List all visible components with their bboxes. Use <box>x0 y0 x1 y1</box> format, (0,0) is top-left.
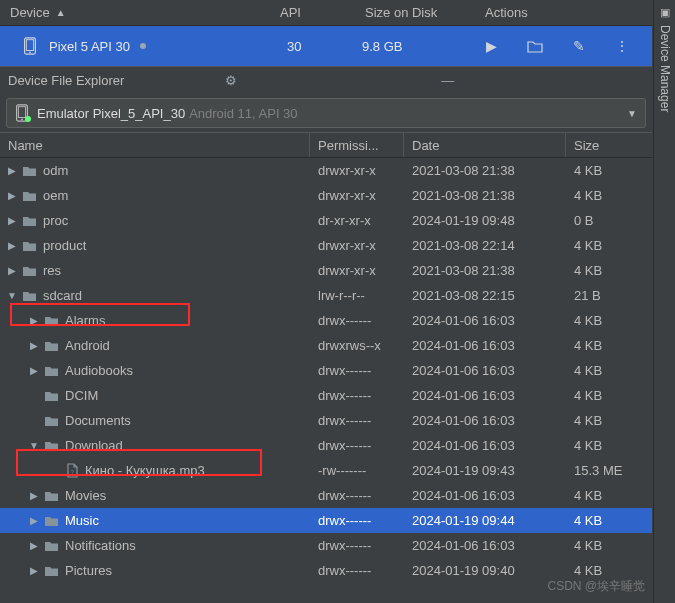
folder-action-icon[interactable] <box>527 40 543 53</box>
ft-col-perm[interactable]: Permissi... <box>310 133 404 157</box>
expand-icon[interactable]: ▶ <box>28 365 40 376</box>
file-date: 2024-01-06 16:03 <box>404 413 566 428</box>
file-tree-row[interactable]: ▶oemdrwxr-xr-x2021-03-08 21:384 KB <box>0 183 652 208</box>
file-perm: drwx------ <box>310 438 404 453</box>
sort-asc-icon: ▲ <box>56 7 66 18</box>
file-size: 15.3 ME <box>566 463 652 478</box>
file-tree-body: ▶odmdrwxr-xr-x2021-03-08 21:384 KB▶oemdr… <box>0 158 652 583</box>
col-size[interactable]: Size on Disk <box>355 5 475 20</box>
file-tree-row[interactable]: ▶Audiobooksdrwx------2024-01-06 16:034 K… <box>0 358 652 383</box>
file-perm: drwxr-xr-x <box>310 263 404 278</box>
folder-icon <box>22 165 37 177</box>
file-date: 2021-03-08 22:14 <box>404 238 566 253</box>
expand-icon[interactable]: ▶ <box>6 165 18 176</box>
file-perm: drwx------ <box>310 563 404 578</box>
file-date: 2024-01-06 16:03 <box>404 338 566 353</box>
expand-icon[interactable]: ▶ <box>6 240 18 251</box>
file-perm: drwxr-xr-x <box>310 163 404 178</box>
device-row[interactable]: Pixel 5 API 30 30 9.8 GB ▶ ✎ ⋮ <box>0 26 652 66</box>
file-date: 2021-03-08 21:38 <box>404 188 566 203</box>
file-size: 4 KB <box>566 538 652 553</box>
expand-icon[interactable]: ▶ <box>28 565 40 576</box>
file-perm: drwx------ <box>310 513 404 528</box>
file-tree-row[interactable]: ▶Picturesdrwx------2024-01-19 09:404 KB <box>0 558 652 583</box>
folder-icon <box>22 290 37 302</box>
expand-icon[interactable]: ▶ <box>6 265 18 276</box>
gear-icon[interactable]: ⚙ <box>225 73 428 88</box>
play-icon[interactable]: ▶ <box>486 38 497 54</box>
folder-icon <box>44 340 59 352</box>
file-date: 2024-01-06 16:03 <box>404 438 566 453</box>
file-size: 4 KB <box>566 488 652 503</box>
file-perm: drwxrws--x <box>310 338 404 353</box>
file-name: odm <box>43 163 68 178</box>
file-size: 4 KB <box>566 413 652 428</box>
file-date: 2024-01-06 16:03 <box>404 488 566 503</box>
expand-icon[interactable]: ▼ <box>6 290 18 301</box>
file-tree-header: Name Permissi... Date Size <box>0 132 652 158</box>
file-tree-row[interactable]: ▼Downloaddrwx------2024-01-06 16:034 KB <box>0 433 652 458</box>
file-perm: drwx------ <box>310 413 404 428</box>
expand-icon[interactable]: ▶ <box>6 190 18 201</box>
folder-icon <box>44 440 59 452</box>
expand-icon[interactable]: ▶ <box>6 215 18 226</box>
col-actions[interactable]: Actions <box>475 5 652 20</box>
file-tree-row[interactable]: ?Кино - Кукушка.mp3-rw-------2024-01-19 … <box>0 458 652 483</box>
file-name: Download <box>65 438 123 453</box>
expand-icon[interactable]: ▶ <box>28 490 40 501</box>
file-perm: dr-xr-xr-x <box>310 213 404 228</box>
expand-icon[interactable]: ▶ <box>28 340 40 351</box>
sidetab-device-manager[interactable]: Device Manager <box>653 0 675 603</box>
file-date: 2021-03-08 21:38 <box>404 263 566 278</box>
folder-icon <box>44 315 59 327</box>
file-tree-row[interactable]: ▶productdrwxr-xr-x2021-03-08 22:144 KB <box>0 233 652 258</box>
more-icon[interactable]: ⋮ <box>615 38 629 54</box>
file-tree-row[interactable]: ▶Alarmsdrwx------2024-01-06 16:034 KB <box>0 308 652 333</box>
file-name: sdcard <box>43 288 82 303</box>
file-date: 2024-01-19 09:40 <box>404 563 566 578</box>
file-size: 4 KB <box>566 338 652 353</box>
file-perm: drwx------ <box>310 363 404 378</box>
file-size: 21 B <box>566 288 652 303</box>
col-device[interactable]: Device ▲ <box>0 5 270 20</box>
folder-icon <box>44 490 59 502</box>
file-perm: -rw------- <box>310 463 404 478</box>
folder-icon <box>22 215 37 227</box>
file-tree-row[interactable]: ▶odmdrwxr-xr-x2021-03-08 21:384 KB <box>0 158 652 183</box>
ft-col-name[interactable]: Name <box>0 133 310 157</box>
ft-col-size[interactable]: Size <box>566 133 652 157</box>
file-tree-row[interactable]: ▶Androiddrwxrws--x2024-01-06 16:034 KB <box>0 333 652 358</box>
emulator-selector[interactable]: Emulator Pixel_5_API_30 Android 11, API … <box>6 98 646 128</box>
file-name: Audiobooks <box>65 363 133 378</box>
file-tree-row[interactable]: ▶Notificationsdrwx------2024-01-06 16:03… <box>0 533 652 558</box>
file-perm: drwxr-xr-x <box>310 238 404 253</box>
file-size: 4 KB <box>566 313 652 328</box>
file-size: 4 KB <box>566 513 652 528</box>
folder-icon <box>22 190 37 202</box>
folder-icon <box>44 415 59 427</box>
file-perm: lrw-r--r-- <box>310 288 404 303</box>
file-tree-row[interactable]: DCIMdrwx------2024-01-06 16:034 KB <box>0 383 652 408</box>
svg-point-2 <box>29 51 31 53</box>
file-tree-row[interactable]: ▼sdcardlrw-r--r--2021-03-08 22:1521 B <box>0 283 652 308</box>
file-tree-row[interactable]: ▶Moviesdrwx------2024-01-06 16:034 KB <box>0 483 652 508</box>
file-tree-row[interactable]: ▶resdrwxr-xr-x2021-03-08 21:384 KB <box>0 258 652 283</box>
expand-icon[interactable]: ▶ <box>28 515 40 526</box>
col-api[interactable]: API <box>270 5 355 20</box>
file-name: Кино - Кукушка.mp3 <box>85 463 205 478</box>
expand-icon[interactable]: ▶ <box>28 540 40 551</box>
file-tree-row[interactable]: Documentsdrwx------2024-01-06 16:034 KB <box>0 408 652 433</box>
expand-icon[interactable]: ▶ <box>28 315 40 326</box>
edit-icon[interactable]: ✎ <box>573 38 585 54</box>
minimize-icon[interactable]: — <box>441 73 644 88</box>
file-name: Alarms <box>65 313 105 328</box>
file-size: 4 KB <box>566 363 652 378</box>
file-name: proc <box>43 213 68 228</box>
file-date: 2024-01-19 09:48 <box>404 213 566 228</box>
ft-col-date[interactable]: Date <box>404 133 566 157</box>
svg-text:?: ? <box>71 469 75 475</box>
expand-icon[interactable]: ▼ <box>28 440 40 451</box>
file-tree-row[interactable]: ▶Musicdrwx------2024-01-19 09:444 KB <box>0 508 652 533</box>
file-tree-row[interactable]: ▶procdr-xr-xr-x2024-01-19 09:480 B <box>0 208 652 233</box>
emulator-sub: Android 11, API 30 <box>189 106 297 121</box>
